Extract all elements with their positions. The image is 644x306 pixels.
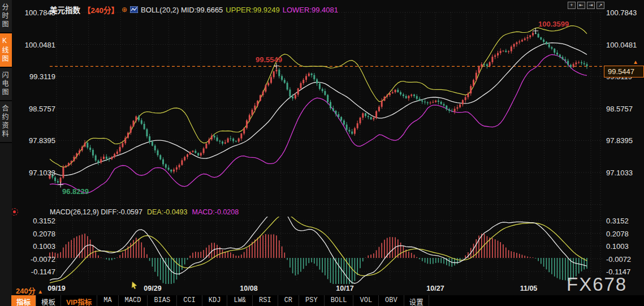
- chart-header: 美元指数 【240分】 ⊕ BOLL(20,2) MID:99.6665 UPP…: [50, 4, 338, 15]
- draw-cursor-icon: [131, 281, 138, 291]
- boll-mid-readout: BOLL(20,2) MID:99.6665: [141, 6, 223, 14]
- date-axis-label: 10/17: [328, 285, 362, 292]
- macd-axis-label-left: 0.1003: [12, 242, 55, 251]
- toolbar-item-MA[interactable]: MA: [97, 295, 118, 306]
- sidebar-tab-K线图[interactable]: K线图: [0, 33, 12, 68]
- axis-scale-right-icon[interactable]: ⇥: [587, 2, 595, 9]
- toolbar-item-VOL[interactable]: VOL: [353, 295, 379, 306]
- last-price-tag: 99.5447: [604, 66, 644, 77]
- price-axis-label-right: 97.1033: [606, 169, 644, 177]
- toolbar-item-OBV[interactable]: OBV: [379, 295, 404, 306]
- sidebar-tab-合约资料[interactable]: 合约资料: [0, 101, 12, 143]
- exit-chart-icon[interactable]: ↗: [597, 2, 604, 9]
- boll-lower-readout: LOWER:99.4081: [283, 6, 338, 14]
- watermark: FX678: [567, 274, 627, 295]
- macd-dea-readout: DEA:-0.0493: [147, 208, 188, 216]
- mini-chart-icon: [130, 6, 138, 13]
- macd-axis-label-right: 0.1003: [606, 242, 644, 251]
- price-axis-label-left: 97.1033: [12, 169, 55, 177]
- sidebar-tab-闪电图[interactable]: 闪电图: [0, 68, 12, 101]
- candlestick-chart-canvas[interactable]: [0, 0, 644, 306]
- date-axis-label: 10/08: [232, 285, 266, 292]
- macd-axis-label-left: -0.0072: [12, 255, 55, 264]
- price-axis-label-left: 97.8395: [12, 136, 55, 145]
- chart-window: 分时图K线图闪电图合约资料 美元指数 【240分】 ⊕ BOLL(20,2) M…: [0, 0, 644, 306]
- link-icon[interactable]: ⊕: [122, 6, 127, 14]
- macd-axis-label-right: 0.3152: [606, 217, 644, 225]
- toolbar-item-设置[interactable]: 设置: [404, 295, 429, 306]
- top-high-annotation: 100.3599: [538, 20, 569, 28]
- toolbar-item-指标[interactable]: 指标: [11, 295, 36, 306]
- indicator-toolbar: 指标模板VIP指标MAMACDBIASCCIKDJLW&RSICRPSYBOLL…: [11, 295, 644, 306]
- price-axis-label-left: 98.5757: [12, 105, 55, 113]
- price-axis-label-left: 100.0481: [12, 41, 55, 49]
- chart-tool-buttons: +⇤⇥↗: [568, 2, 604, 9]
- toolbar-item-MACD[interactable]: MACD: [119, 295, 148, 306]
- price-axis-label-right: 97.8395: [606, 136, 644, 145]
- price-axis-label-left: 99.3119: [12, 72, 55, 81]
- period-selector-label: 240分: [16, 287, 36, 295]
- date-axis-label: 11/05: [512, 285, 546, 292]
- macd-axis-label-right: -0.0072: [606, 255, 644, 264]
- toolbar-item-CCI[interactable]: CCI: [177, 295, 202, 306]
- toolbar-item-VIP指标[interactable]: VIP指标: [61, 295, 97, 306]
- macd-header: MACD(26,12,9) DIFF:-0.0597 DEA:-0.0493 M…: [50, 208, 239, 216]
- period-label: 【240分】: [83, 4, 119, 15]
- toolbar-item-模板[interactable]: 模板: [36, 295, 61, 306]
- symbol-title: 美元指数: [50, 4, 80, 15]
- price-axis-label-right: 100.0481: [606, 41, 644, 49]
- macd-axis-label-left: -0.1147: [12, 268, 55, 276]
- date-axis-label: 09/19: [40, 285, 74, 292]
- crosshair-icon[interactable]: +: [568, 2, 576, 9]
- toolbar-item-KDJ[interactable]: KDJ: [202, 295, 228, 306]
- toolbar-item-CR[interactable]: CR: [278, 295, 299, 306]
- date-axis-label: 10/27: [418, 285, 452, 292]
- toolbar-item-PSY[interactable]: PSY: [299, 295, 325, 306]
- price-axis-label-right: 98.5757: [606, 105, 644, 113]
- price-axis-label-right: 100.7843: [606, 8, 644, 17]
- toolbar-item-RSI[interactable]: RSI: [253, 295, 278, 306]
- price-tag-arrow-icon[interactable]: ▲: [633, 59, 638, 65]
- toolbar-item-BOLL[interactable]: BOLL: [325, 295, 354, 306]
- macd-macd-readout: MACD:-0.0208: [192, 208, 239, 216]
- boll-upper-readout: UPPER:99.9249: [226, 6, 279, 14]
- macd-diff-readout: MACD(26,12,9) DIFF:-0.0597: [50, 208, 142, 216]
- swing-high-annotation: 99.5549: [256, 55, 282, 64]
- date-axis-label: 09/29: [136, 285, 170, 292]
- sidebar-tab-分时图[interactable]: 分时图: [0, 0, 12, 33]
- macd-axis-label-right: 0.2078: [606, 230, 644, 238]
- swing-low-annotation: 96.8229: [62, 187, 89, 196]
- period-collapse-icon: ▲: [37, 288, 43, 295]
- macd-axis-label-left: 0.3152: [12, 217, 55, 225]
- left-sidebar: 分时图K线图闪电图合约资料: [0, 0, 12, 306]
- toolbar-item-BIAS[interactable]: BIAS: [148, 295, 177, 306]
- axis-scale-left-icon[interactable]: ⇤: [577, 2, 585, 9]
- period-selector[interactable]: 240分 ▲: [16, 285, 43, 296]
- price-axis-label-left: 100.7843: [12, 8, 55, 17]
- toolbar-item-LW&[interactable]: LW&: [227, 295, 253, 306]
- macd-axis-label-left: 0.2078: [12, 230, 55, 238]
